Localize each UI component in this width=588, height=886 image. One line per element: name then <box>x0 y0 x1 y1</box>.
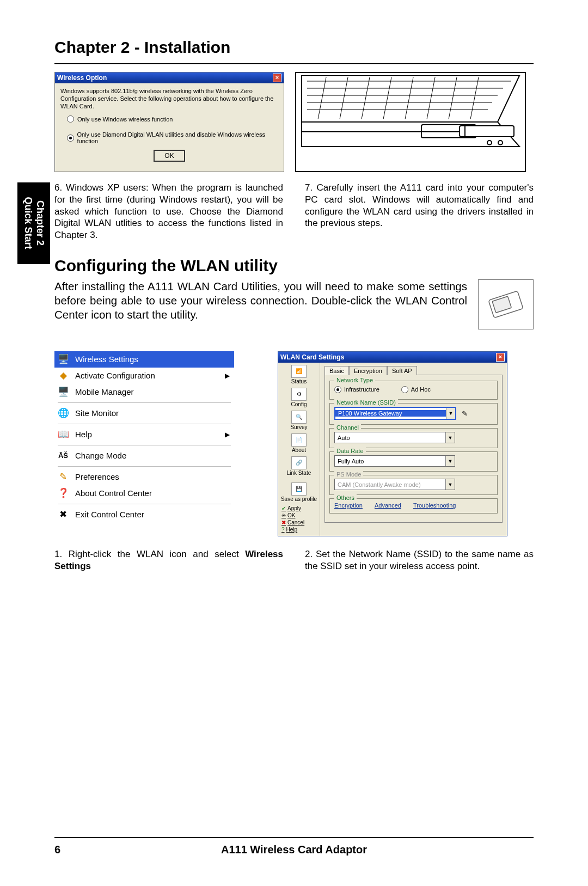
legend: PS Mode <box>334 471 363 478</box>
menu-item-help[interactable]: 📖 Help ▶ <box>54 426 234 443</box>
menu-label: Mobile Manager <box>75 387 134 396</box>
data-rate-value: Fully Auto <box>335 458 445 465</box>
menu-label: Change Mode <box>75 451 126 460</box>
legend: Network Name (SSID) <box>334 399 398 406</box>
channel-value: Auto <box>335 435 445 441</box>
network-type-fieldset: Network Type Infrastructure Ad Hoc <box>329 381 498 400</box>
side-label: Status <box>279 378 318 384</box>
edit-icon[interactable]: ✎ <box>460 408 469 418</box>
menu-separator <box>58 445 231 445</box>
side-tab-line1: Chapter 2 <box>35 200 46 246</box>
radio-windows-only[interactable] <box>67 115 74 123</box>
wlan-card-settings-window: WLAN Card Settings × 📶Status ⚙Config 🔍Su… <box>278 351 507 536</box>
data-rate-fieldset: Data Rate Fully Auto ▼ <box>329 451 498 472</box>
menu-separator <box>58 402 231 403</box>
chapter-side-tab: Chapter 2 Quick Start <box>17 182 50 264</box>
ps-mode-combo: CAM (Constantly Awake mode) ▼ <box>334 479 455 490</box>
others-fieldset: Others Encryption Advanced Troubleshooti… <box>329 498 498 514</box>
side-label: Survey <box>279 424 318 430</box>
dialog-title: Wireless Option <box>57 74 107 82</box>
about-icon[interactable]: 📄 <box>291 433 307 447</box>
link-troubleshooting[interactable]: Troubleshooting <box>413 502 456 509</box>
tab-basic[interactable]: Basic <box>324 366 349 375</box>
menu-item-preferences[interactable]: ✎ Preferences <box>54 469 234 485</box>
config-icon[interactable]: ⚙ <box>291 388 307 401</box>
chevron-right-icon: ▶ <box>225 431 230 438</box>
svg-marker-0 <box>302 76 519 122</box>
menu-item-site-monitor[interactable]: 🌐 Site Monitor <box>54 405 234 421</box>
step-1-text: 1. Right-click the WLAN icon and select … <box>54 548 283 572</box>
menu-item-wireless-settings[interactable]: 🖥️ Wireless Settings <box>54 351 234 368</box>
close-icon[interactable]: × <box>496 353 505 362</box>
wlan-card-thumb <box>478 279 534 329</box>
step-7-text: 7. Carefully insert the A111 card into y… <box>305 182 534 241</box>
close-icon: ✖ <box>57 509 70 521</box>
menu-label: Site Monitor <box>75 408 119 418</box>
menu-label: Wireless Settings <box>75 355 138 364</box>
ok-action[interactable]: ✳OK <box>281 512 316 518</box>
menu-item-exit[interactable]: ✖ Exit Control Center <box>54 506 234 523</box>
divider <box>54 837 534 838</box>
chevron-down-icon: ▼ <box>445 479 455 490</box>
menu-separator <box>58 504 231 504</box>
monitor-icon: 🖥️ <box>57 353 70 365</box>
chevron-down-icon[interactable]: ▼ <box>445 456 455 466</box>
chevron-down-icon[interactable]: ▼ <box>446 408 455 419</box>
context-menu: 🖥️ Wireless Settings ◆ Activate Configur… <box>54 351 234 536</box>
menu-separator <box>58 424 231 424</box>
help-action[interactable]: ?Help <box>281 527 316 533</box>
close-icon[interactable]: × <box>273 74 281 82</box>
svg-rect-17 <box>460 126 514 137</box>
page-number: 6 <box>54 844 60 856</box>
apply-action[interactable]: ✔Apply <box>281 505 316 511</box>
radio-diamond-wlan[interactable] <box>67 135 74 142</box>
menu-item-change-mode[interactable]: ĀŠ Change Mode <box>54 448 234 464</box>
ps-mode-fieldset: PS Mode CAM (Constantly Awake mode) ▼ <box>329 475 498 495</box>
menu-label: Preferences <box>75 472 119 481</box>
menu-item-about[interactable]: ❓ About Control Center <box>54 485 234 502</box>
tab-encryption[interactable]: Encryption <box>349 366 387 375</box>
chevron-right-icon: ▶ <box>225 372 230 380</box>
link-state-icon[interactable]: 🔗 <box>291 456 307 469</box>
ok-button[interactable]: OK <box>154 150 185 162</box>
legend: Network Type <box>334 377 375 383</box>
channel-combo[interactable]: Auto ▼ <box>334 432 455 443</box>
data-rate-combo[interactable]: Fully Auto ▼ <box>334 455 455 467</box>
menu-label: Activate Configuration <box>75 371 155 380</box>
link-advanced[interactable]: Advanced <box>375 502 401 509</box>
book-icon: 📖 <box>57 429 70 441</box>
step-2-text: 2. Set the Network Name (SSID) to the sa… <box>305 548 534 572</box>
side-label: Link State <box>279 470 318 476</box>
wireless-option-dialog: Wireless Option × Windows supports 802.1… <box>54 72 284 172</box>
side-label: About <box>279 447 318 453</box>
manual-page: Chapter 2 Quick Start Chapter 2 - Instal… <box>0 0 588 886</box>
status-icon[interactable]: 📶 <box>291 365 307 378</box>
product-name: A111 Wireless Card Adaptor <box>60 844 528 856</box>
menu-label: Help <box>75 430 92 439</box>
radio-windows-only-label: Only use Windows wireless function <box>77 116 173 123</box>
ssid-value: P100 Wireless Gateway <box>335 410 446 417</box>
globe-icon: 🌐 <box>57 407 70 419</box>
tab-softap[interactable]: Soft AP <box>387 366 417 375</box>
section-heading: Configuring the WLAN utility <box>54 256 534 275</box>
diamond-icon: ◆ <box>57 370 70 382</box>
link-encryption[interactable]: Encryption <box>334 502 363 509</box>
section-text: After installing the A111 WLAN Card Util… <box>54 279 467 322</box>
menu-item-activate-config[interactable]: ◆ Activate Configuration ▶ <box>54 368 234 384</box>
pencil-icon: ✎ <box>57 471 70 483</box>
ssid-combo[interactable]: P100 Wireless Gateway ▼ <box>334 407 456 420</box>
channel-fieldset: Channel Auto ▼ <box>329 428 498 448</box>
radio-adhoc[interactable] <box>401 386 408 393</box>
cancel-action[interactable]: ✖Cancel <box>281 520 316 526</box>
save-profile-icon[interactable]: 💾 <box>291 482 307 496</box>
radio-diamond-wlan-label: Only use Diamond Digital WLAN utilities … <box>77 131 279 144</box>
ssid-fieldset: Network Name (SSID) P100 Wireless Gatewa… <box>329 403 498 425</box>
side-tab-line2: Quick Start <box>23 197 34 249</box>
radio-infrastructure[interactable] <box>334 386 341 393</box>
ps-mode-value: CAM (Constantly Awake mode) <box>335 481 445 488</box>
step-6-text: 6. Windows XP users: When the program is… <box>54 182 283 241</box>
survey-icon[interactable]: 🔍 <box>291 411 307 424</box>
chapter-title: Chapter 2 - Installation <box>54 38 534 57</box>
chevron-down-icon[interactable]: ▼ <box>445 432 455 443</box>
menu-item-mobile-manager[interactable]: 🖥️ Mobile Manager <box>54 384 234 400</box>
